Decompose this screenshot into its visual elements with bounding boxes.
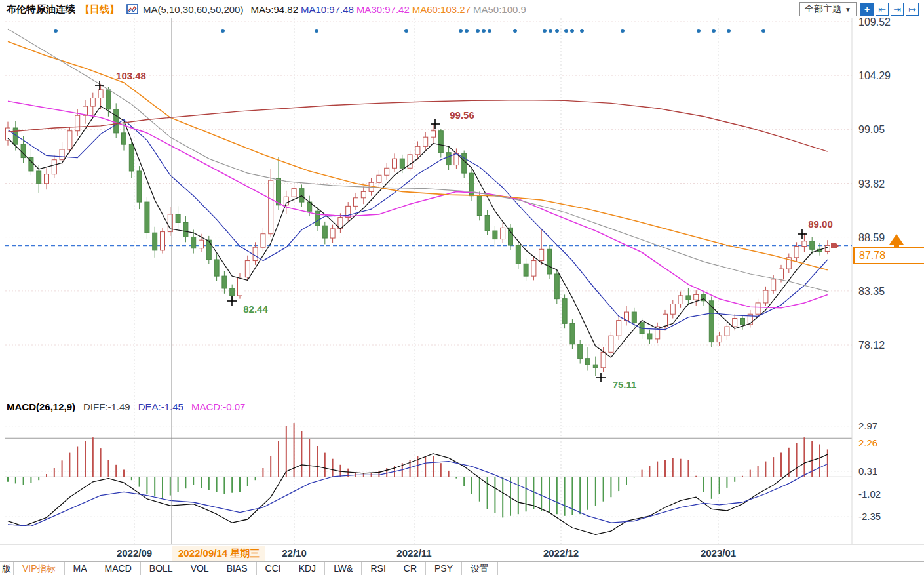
ma-value: MA30:97.42 bbox=[356, 4, 410, 15]
candle-body bbox=[431, 131, 436, 137]
candle-body bbox=[810, 241, 815, 250]
candle-body bbox=[106, 90, 111, 109]
candle-body bbox=[400, 159, 404, 168]
candle-body bbox=[137, 171, 142, 202]
candle-body bbox=[60, 149, 64, 160]
price-up-arrow-icon bbox=[889, 234, 904, 247]
candle-body bbox=[771, 279, 776, 290]
date-axis-bar: 2022/09/14 星期三 2022/0922/102022/112022/1… bbox=[0, 544, 924, 562]
candle-body bbox=[161, 232, 165, 250]
candle-body bbox=[45, 174, 49, 184]
candle-body bbox=[524, 264, 528, 276]
symbol-title: 布伦特原油连续 bbox=[7, 3, 75, 16]
candle-body bbox=[415, 146, 420, 155]
macd-axis-label: -1.02 bbox=[858, 488, 881, 500]
candle-body bbox=[485, 215, 490, 231]
ma-line-MA30 bbox=[8, 101, 828, 308]
candle-body bbox=[191, 237, 196, 248]
candle-body bbox=[794, 247, 799, 258]
ma-value: MA50:100.9 bbox=[473, 4, 526, 15]
y-axis-label: 99.05 bbox=[858, 124, 885, 135]
ma-value: MA60:103.27 bbox=[412, 4, 471, 15]
candle-body bbox=[547, 249, 552, 274]
candle-body bbox=[67, 131, 72, 149]
y-axis-label: 93.82 bbox=[858, 178, 885, 189]
theme-dropdown-label: 全部主题 bbox=[805, 3, 841, 15]
price-annotation: 103.48 bbox=[116, 70, 146, 81]
ma-value: MA5:94.82 bbox=[250, 4, 298, 15]
current-price-box: 87.78 bbox=[853, 247, 924, 264]
candle-body bbox=[601, 352, 606, 368]
tab-BOLL[interactable]: BOLL bbox=[141, 562, 182, 575]
tab-版[interactable]: 版 bbox=[0, 562, 14, 575]
tab-PSY[interactable]: PSY bbox=[426, 562, 462, 575]
candle-body bbox=[245, 261, 250, 277]
candle-body bbox=[678, 296, 683, 304]
theme-dropdown[interactable]: 全部主题 ▼ bbox=[799, 2, 857, 16]
candle-body bbox=[153, 233, 157, 250]
event-dot bbox=[543, 29, 547, 33]
macd-params-label: MACD(26,12,9) bbox=[7, 401, 75, 414]
candle-body bbox=[253, 247, 258, 260]
candle-body bbox=[37, 171, 41, 184]
candle-body bbox=[199, 240, 204, 248]
tab-KDJ[interactable]: KDJ bbox=[290, 562, 325, 575]
compress-axis-button[interactable]: ⇤ bbox=[876, 3, 889, 16]
candle-body bbox=[446, 153, 451, 165]
event-dot bbox=[221, 29, 225, 33]
candle-body bbox=[825, 245, 830, 251]
tab-VOL[interactable]: VOL bbox=[182, 562, 218, 575]
candle-body bbox=[694, 294, 699, 300]
tab-MACD[interactable]: MACD bbox=[96, 562, 141, 575]
tab-CR[interactable]: CR bbox=[395, 562, 426, 575]
candle-body bbox=[763, 290, 768, 303]
chevron-down-icon: ▼ bbox=[845, 6, 851, 13]
tab-MA[interactable]: MA bbox=[65, 562, 96, 575]
candle-body bbox=[222, 276, 227, 288]
macd-axis-label: -2.35 bbox=[858, 511, 881, 522]
macd-header: MACD(26,12,9) DIFF:-1.49 DEA:-1.45 MACD:… bbox=[7, 401, 245, 414]
candle-body bbox=[578, 344, 583, 359]
candle-body bbox=[122, 133, 126, 144]
candlestick-chart-canvas[interactable]: 103.4899.5689.0082.4475.11109.52104.2999… bbox=[0, 0, 924, 575]
candle-body bbox=[52, 160, 56, 174]
candle-body bbox=[756, 303, 760, 314]
price-annotation: 75.11 bbox=[613, 379, 637, 390]
candle-body bbox=[330, 229, 335, 238]
tab-VIP指标[interactable]: VIP指标 bbox=[14, 562, 65, 575]
candle-body bbox=[462, 153, 467, 173]
price-annotation: 82.44 bbox=[243, 304, 268, 315]
candle-body bbox=[477, 196, 482, 216]
candle-body bbox=[98, 90, 103, 98]
candle-body bbox=[717, 336, 722, 342]
candle-body bbox=[663, 314, 668, 327]
tab-BIAS[interactable]: BIAS bbox=[218, 562, 257, 575]
tab-RSI[interactable]: RSI bbox=[362, 562, 395, 575]
candle-body bbox=[609, 336, 613, 352]
candle-body bbox=[493, 231, 497, 239]
candle-body bbox=[438, 131, 443, 153]
candle-body bbox=[354, 198, 358, 207]
event-dot bbox=[712, 29, 716, 33]
macd-axis-label: 2.97 bbox=[858, 420, 877, 431]
tab-CCI[interactable]: CCI bbox=[257, 562, 290, 575]
y-axis-label: 78.12 bbox=[858, 340, 885, 351]
diff-value-label: DIFF:-1.49 bbox=[83, 401, 130, 414]
pan-tool-button[interactable]: + bbox=[860, 3, 874, 16]
candle-body bbox=[670, 304, 675, 315]
candle-body bbox=[377, 175, 381, 182]
event-dot bbox=[513, 29, 517, 33]
expand-axis-button[interactable]: ⇥ bbox=[891, 3, 904, 16]
event-dot bbox=[564, 29, 568, 33]
shift-right-button[interactable]: ↦ bbox=[906, 3, 919, 16]
candle-body bbox=[423, 137, 428, 146]
tab-设置[interactable]: 设置 bbox=[462, 562, 498, 575]
chart-header: 布伦特原油连续 【日线】 MA(5,10,30,60,50,200) MA5:9… bbox=[0, 0, 924, 18]
candle-body bbox=[238, 277, 242, 296]
event-dot bbox=[54, 29, 58, 33]
date-label: 2023/01 bbox=[701, 547, 736, 559]
tab-LW&[interactable]: LW& bbox=[325, 562, 362, 575]
candle-body bbox=[516, 245, 520, 264]
candle-body bbox=[647, 334, 652, 339]
candle-body bbox=[176, 214, 180, 223]
